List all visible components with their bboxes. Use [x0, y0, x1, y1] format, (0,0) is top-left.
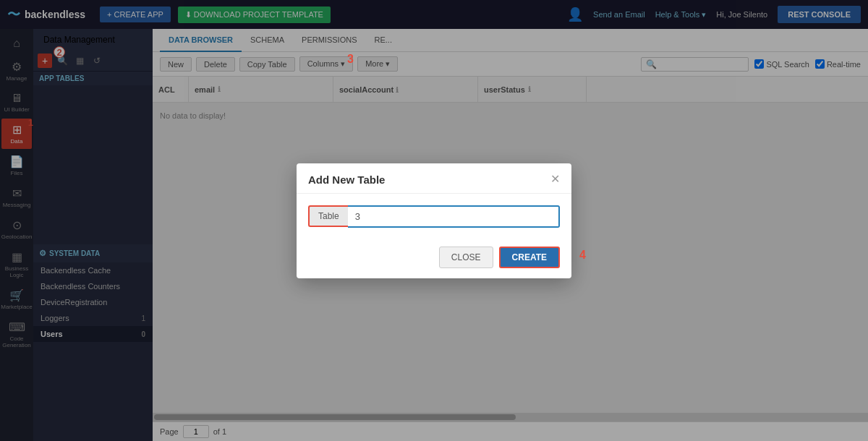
modal-close-button[interactable]: CLOSE [439, 247, 493, 268]
modal-close-x-button[interactable]: ✕ [550, 174, 560, 185]
table-name-field: Table [308, 205, 560, 228]
add-table-modal: Add New Table ✕ Table CLOSE CREATE 4 [297, 163, 571, 278]
modal-body: Table [297, 194, 571, 239]
table-name-input[interactable] [348, 205, 560, 228]
table-label: Table [308, 205, 348, 227]
modal-header: Add New Table ✕ [297, 163, 571, 194]
modal-footer: CLOSE CREATE [297, 239, 571, 278]
modal-title: Add New Table [308, 174, 385, 186]
modal-create-button[interactable]: CREATE [499, 247, 560, 268]
modal-overlay: Add New Table ✕ Table CLOSE CREATE 4 3 [0, 0, 868, 441]
